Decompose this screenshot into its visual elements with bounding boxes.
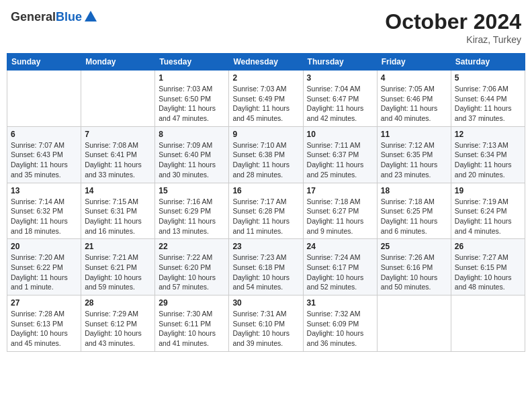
calendar-week-0: 1Sunrise: 7:03 AM Sunset: 6:50 PM Daylig… — [7, 71, 525, 127]
calendar-cell: 29Sunrise: 7:30 AM Sunset: 6:11 PM Dayli… — [155, 295, 229, 352]
calendar-body: 1Sunrise: 7:03 AM Sunset: 6:50 PM Daylig… — [7, 71, 525, 352]
day-info: Sunrise: 7:13 AM Sunset: 6:34 PM Dayligh… — [455, 140, 521, 180]
calendar-cell: 3Sunrise: 7:04 AM Sunset: 6:47 PM Daylig… — [303, 71, 377, 127]
calendar-cell — [7, 71, 81, 127]
day-info: Sunrise: 7:08 AM Sunset: 6:41 PM Dayligh… — [85, 140, 151, 180]
weekday-header-row: SundayMondayTuesdayWednesdayThursdayFrid… — [7, 54, 525, 71]
day-info: Sunrise: 7:26 AM Sunset: 6:16 PM Dayligh… — [381, 253, 447, 292]
day-info: Sunrise: 7:17 AM Sunset: 6:28 PM Dayligh… — [232, 197, 299, 236]
day-info: Sunrise: 7:30 AM Sunset: 6:11 PM Dayligh… — [159, 309, 225, 349]
day-info: Sunrise: 7:04 AM Sunset: 6:47 PM Dayligh… — [307, 84, 373, 124]
day-number: 12 — [455, 130, 521, 139]
calendar-week-2: 13Sunrise: 7:14 AM Sunset: 6:32 PM Dayli… — [7, 183, 525, 239]
calendar-cell: 14Sunrise: 7:15 AM Sunset: 6:31 PM Dayli… — [81, 183, 155, 239]
day-number: 22 — [159, 242, 225, 251]
month-title: October 2024 Kiraz, Turkey — [385, 9, 521, 45]
page-header: GeneralBlue October 2024 Kiraz, Turkey — [7, 7, 525, 48]
day-info: Sunrise: 7:31 AM Sunset: 6:10 PM Dayligh… — [232, 309, 299, 349]
day-number: 30 — [232, 298, 299, 308]
logo: GeneralBlue — [11, 9, 98, 24]
calendar-cell: 12Sunrise: 7:13 AM Sunset: 6:34 PM Dayli… — [451, 126, 525, 183]
calendar-cell: 13Sunrise: 7:14 AM Sunset: 6:32 PM Dayli… — [7, 183, 81, 239]
day-number: 27 — [11, 298, 77, 308]
day-number: 7 — [85, 130, 151, 139]
calendar-cell: 24Sunrise: 7:24 AM Sunset: 6:17 PM Dayli… — [303, 239, 377, 295]
day-number: 31 — [307, 298, 373, 308]
day-info: Sunrise: 7:05 AM Sunset: 6:46 PM Dayligh… — [381, 84, 447, 124]
day-number: 23 — [232, 242, 299, 251]
day-number: 4 — [381, 73, 447, 83]
day-number: 19 — [455, 186, 521, 195]
day-number: 3 — [307, 73, 373, 83]
day-number: 18 — [381, 186, 447, 195]
day-info: Sunrise: 7:32 AM Sunset: 6:09 PM Dayligh… — [307, 309, 373, 349]
day-number: 20 — [11, 242, 77, 251]
day-info: Sunrise: 7:28 AM Sunset: 6:13 PM Dayligh… — [11, 309, 77, 349]
weekday-header-monday: Monday — [81, 54, 155, 71]
calendar-cell: 27Sunrise: 7:28 AM Sunset: 6:13 PM Dayli… — [7, 295, 81, 352]
calendar-cell: 28Sunrise: 7:29 AM Sunset: 6:12 PM Dayli… — [81, 295, 155, 352]
day-info: Sunrise: 7:23 AM Sunset: 6:18 PM Dayligh… — [232, 253, 299, 292]
day-info: Sunrise: 7:07 AM Sunset: 6:43 PM Dayligh… — [11, 140, 77, 180]
calendar-cell: 15Sunrise: 7:16 AM Sunset: 6:29 PM Dayli… — [155, 183, 229, 239]
calendar-cell — [81, 71, 155, 127]
day-info: Sunrise: 7:12 AM Sunset: 6:35 PM Dayligh… — [381, 140, 447, 180]
day-info: Sunrise: 7:22 AM Sunset: 6:20 PM Dayligh… — [159, 253, 225, 292]
day-number: 24 — [307, 242, 373, 251]
day-number: 28 — [85, 298, 151, 308]
weekday-header-thursday: Thursday — [303, 54, 377, 71]
day-info: Sunrise: 7:09 AM Sunset: 6:40 PM Dayligh… — [159, 140, 225, 180]
day-info: Sunrise: 7:14 AM Sunset: 6:32 PM Dayligh… — [11, 197, 77, 236]
day-info: Sunrise: 7:11 AM Sunset: 6:37 PM Dayligh… — [307, 140, 373, 180]
logo-general: GeneralBlue — [11, 10, 82, 24]
calendar-cell: 19Sunrise: 7:19 AM Sunset: 6:24 PM Dayli… — [451, 183, 525, 239]
day-info: Sunrise: 7:20 AM Sunset: 6:22 PM Dayligh… — [11, 253, 77, 292]
day-info: Sunrise: 7:18 AM Sunset: 6:25 PM Dayligh… — [381, 197, 447, 236]
day-number: 26 — [455, 242, 521, 251]
day-number: 10 — [307, 130, 373, 139]
calendar-cell: 11Sunrise: 7:12 AM Sunset: 6:35 PM Dayli… — [377, 126, 451, 183]
calendar-header: SundayMondayTuesdayWednesdayThursdayFrid… — [7, 54, 525, 71]
calendar-cell: 5Sunrise: 7:06 AM Sunset: 6:44 PM Daylig… — [451, 71, 525, 127]
day-info: Sunrise: 7:03 AM Sunset: 6:50 PM Dayligh… — [159, 84, 225, 124]
day-info: Sunrise: 7:15 AM Sunset: 6:31 PM Dayligh… — [85, 197, 151, 236]
weekday-header-tuesday: Tuesday — [155, 54, 229, 71]
weekday-header-wednesday: Wednesday — [229, 54, 303, 71]
day-info: Sunrise: 7:03 AM Sunset: 6:49 PM Dayligh… — [232, 84, 299, 124]
calendar-cell: 16Sunrise: 7:17 AM Sunset: 6:28 PM Dayli… — [229, 183, 303, 239]
calendar-cell — [451, 295, 525, 352]
location: Kiraz, Turkey — [385, 34, 521, 45]
day-info: Sunrise: 7:21 AM Sunset: 6:21 PM Dayligh… — [85, 253, 151, 292]
day-info: Sunrise: 7:29 AM Sunset: 6:12 PM Dayligh… — [85, 309, 151, 349]
day-number: 13 — [11, 186, 77, 195]
day-number: 21 — [85, 242, 151, 251]
calendar-cell: 20Sunrise: 7:20 AM Sunset: 6:22 PM Dayli… — [7, 239, 81, 295]
calendar-cell: 22Sunrise: 7:22 AM Sunset: 6:20 PM Dayli… — [155, 239, 229, 295]
day-number: 1 — [159, 73, 225, 83]
calendar-cell: 25Sunrise: 7:26 AM Sunset: 6:16 PM Dayli… — [377, 239, 451, 295]
day-info: Sunrise: 7:24 AM Sunset: 6:17 PM Dayligh… — [307, 253, 373, 292]
calendar-cell: 31Sunrise: 7:32 AM Sunset: 6:09 PM Dayli… — [303, 295, 377, 352]
day-number: 29 — [159, 298, 225, 308]
calendar-cell: 8Sunrise: 7:09 AM Sunset: 6:40 PM Daylig… — [155, 126, 229, 183]
day-number: 14 — [85, 186, 151, 195]
day-info: Sunrise: 7:19 AM Sunset: 6:24 PM Dayligh… — [455, 197, 521, 236]
day-info: Sunrise: 7:16 AM Sunset: 6:29 PM Dayligh… — [159, 197, 225, 236]
day-info: Sunrise: 7:06 AM Sunset: 6:44 PM Dayligh… — [455, 84, 521, 124]
calendar-cell: 9Sunrise: 7:10 AM Sunset: 6:38 PM Daylig… — [229, 126, 303, 183]
logo-text: GeneralBlue — [11, 9, 98, 24]
day-info: Sunrise: 7:27 AM Sunset: 6:15 PM Dayligh… — [455, 253, 521, 292]
day-number: 6 — [11, 130, 77, 139]
calendar-week-4: 27Sunrise: 7:28 AM Sunset: 6:13 PM Dayli… — [7, 295, 525, 352]
weekday-header-saturday: Saturday — [451, 54, 525, 71]
calendar-cell: 26Sunrise: 7:27 AM Sunset: 6:15 PM Dayli… — [451, 239, 525, 295]
day-info: Sunrise: 7:18 AM Sunset: 6:27 PM Dayligh… — [307, 197, 373, 236]
calendar-cell: 2Sunrise: 7:03 AM Sunset: 6:49 PM Daylig… — [229, 71, 303, 127]
month-year: October 2024 — [385, 9, 521, 34]
day-number: 5 — [455, 73, 521, 83]
day-number: 15 — [159, 186, 225, 195]
calendar-cell — [377, 295, 451, 352]
calendar-cell: 6Sunrise: 7:07 AM Sunset: 6:43 PM Daylig… — [7, 126, 81, 183]
calendar-cell: 21Sunrise: 7:21 AM Sunset: 6:21 PM Dayli… — [81, 239, 155, 295]
calendar-week-1: 6Sunrise: 7:07 AM Sunset: 6:43 PM Daylig… — [7, 126, 525, 183]
